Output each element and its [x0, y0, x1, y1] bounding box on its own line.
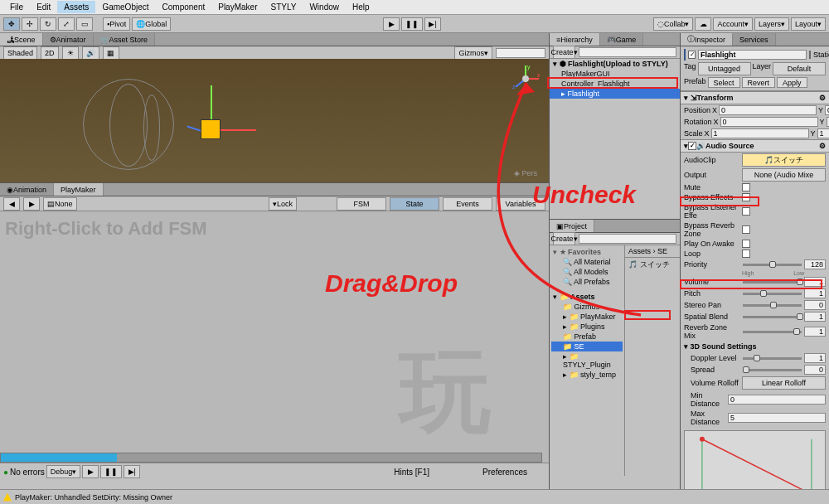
- gizmos-dropdown[interactable]: Gizmos ▾: [454, 46, 492, 60]
- pm-lock[interactable]: ▾ Lock: [269, 197, 297, 211]
- spread-value[interactable]: 0: [804, 365, 826, 375]
- mindist-field[interactable]: [728, 395, 826, 405]
- bypass-lis-check[interactable]: [742, 207, 750, 216]
- volume-value[interactable]: 1: [804, 277, 826, 287]
- project-tree[interactable]: ▾ ★ Favorites 🔍 All Material 🔍 All Model…: [550, 245, 625, 476]
- scene-view[interactable]: Shaded 2D ☀ 🔊 ▦ Gizmos ▾ yxz ◈ Pers: [0, 46, 549, 183]
- rot-y[interactable]: [827, 117, 829, 127]
- scale-x[interactable]: [711, 128, 809, 138]
- bypass-eff-check[interactable]: [742, 193, 750, 201]
- priority-value[interactable]: 128: [804, 259, 826, 269]
- collab-dropdown[interactable]: ◌ Collab ▾: [653, 17, 694, 31]
- tool-rotate[interactable]: ↻: [40, 17, 56, 31]
- rolloff-dropdown[interactable]: Linear Rolloff: [742, 376, 826, 390]
- pm-prefs[interactable]: Preferences: [482, 468, 527, 477]
- step-button[interactable]: ▶|: [424, 17, 441, 31]
- proj-search[interactable]: [579, 234, 676, 244]
- folder-styly-temp[interactable]: ▸ 📁 styly_temp: [551, 370, 623, 380]
- tag-dropdown[interactable]: Untagged: [698, 62, 751, 75]
- pm-state[interactable]: State: [390, 197, 439, 211]
- hierarchy-tree[interactable]: ▾ ⬢ Flashlight(Upload to STYLY) PlayMake…: [550, 59, 680, 219]
- menu-window[interactable]: Window: [303, 1, 346, 13]
- asset-file[interactable]: 🎵 スイッチ: [625, 258, 680, 272]
- stereo-slider[interactable]: [743, 304, 802, 307]
- pm-debug[interactable]: Debug ▾: [46, 465, 81, 478]
- tab-animator[interactable]: ⚙ Animator: [43, 33, 94, 46]
- favorites[interactable]: ▾ ★ Favorites: [551, 247, 623, 257]
- tab-scene[interactable]: 🏞 Scene: [0, 33, 43, 46]
- assets-root[interactable]: ▾ 📁 Assets: [551, 292, 623, 302]
- menu-assets[interactable]: Assets: [57, 1, 95, 13]
- cloud-button[interactable]: ☁: [695, 17, 711, 31]
- rolloff-chart[interactable]: [684, 430, 826, 489]
- audio-enabled[interactable]: [688, 142, 696, 150]
- folder-prefab[interactable]: 📁 Prefab: [551, 332, 623, 342]
- pm-h-scroll[interactable]: [0, 453, 542, 463]
- spatial-value[interactable]: 1: [804, 312, 826, 322]
- menu-file[interactable]: File: [3, 1, 30, 13]
- folder-plugins[interactable]: ▸ 📁 Plugins: [551, 322, 623, 332]
- menu-gameobject[interactable]: GameObject: [95, 1, 155, 13]
- scene-search[interactable]: [496, 48, 545, 58]
- pm-variables[interactable]: Variables: [496, 197, 545, 211]
- pitch-slider[interactable]: [743, 293, 802, 295]
- hier-item-controller[interactable]: Controller_Flashlight: [550, 79, 680, 89]
- name-field[interactable]: [698, 50, 807, 60]
- pm-pause[interactable]: ❚❚: [100, 465, 122, 478]
- play-awake-check[interactable]: [742, 240, 750, 248]
- folder-styly-plugin[interactable]: ▸ 📁 STYLY_Plugin: [551, 351, 623, 370]
- tab-inspector[interactable]: ⓘ Inspector: [681, 33, 733, 46]
- reverb-value[interactable]: 1: [804, 327, 826, 337]
- layers-dropdown[interactable]: Layers ▾: [754, 17, 789, 31]
- prefab-select[interactable]: Select: [708, 77, 740, 88]
- spread-slider[interactable]: [743, 369, 802, 371]
- hier-create[interactable]: Create ▾: [553, 46, 575, 59]
- spatial-slider[interactable]: [743, 316, 802, 318]
- tool-move[interactable]: ✢: [22, 17, 38, 31]
- menu-help[interactable]: Help: [346, 1, 376, 13]
- bypass-rev-check[interactable]: [742, 225, 750, 234]
- clip-field[interactable]: 🎵 スイッチ: [742, 153, 826, 167]
- pause-button[interactable]: ❚❚: [401, 17, 423, 31]
- folder-gizmos[interactable]: 📁 Gizmos: [551, 302, 623, 312]
- folder-se[interactable]: 📁 SE: [551, 342, 623, 351]
- orientation-gizmo[interactable]: yxz: [509, 62, 542, 97]
- project-content[interactable]: Assets › SE 🎵 スイッチ: [625, 245, 680, 476]
- tab-hierarchy[interactable]: ≡ Hierarchy: [550, 33, 600, 46]
- tool-rect[interactable]: ▭: [76, 17, 93, 31]
- active-checkbox[interactable]: [688, 51, 696, 59]
- volume-slider[interactable]: [743, 281, 802, 284]
- selected-object[interactable]: [201, 119, 221, 139]
- layer-dropdown[interactable]: Default: [773, 62, 826, 75]
- reverb-slider[interactable]: [743, 331, 802, 333]
- global-toggle[interactable]: 🌐 Global: [132, 17, 171, 31]
- priority-slider[interactable]: [743, 264, 802, 266]
- mode-2d[interactable]: 2D: [41, 46, 59, 60]
- hier-search[interactable]: [579, 47, 676, 57]
- pos-y[interactable]: [825, 105, 829, 115]
- hier-item-flashlight[interactable]: ▸ Flashlight: [550, 89, 680, 99]
- menu-component[interactable]: Component: [156, 1, 212, 13]
- pm-events[interactable]: Events: [443, 197, 492, 211]
- pm-step[interactable]: ▶|: [124, 465, 140, 478]
- playmaker-canvas[interactable]: Right-Click to Add FSM 玩: [0, 211, 549, 463]
- audio-header[interactable]: ▾ 🔊 Audio Source⚙: [681, 139, 829, 153]
- tab-asset-store[interactable]: 🛒 Asset Store: [94, 33, 156, 46]
- output-field[interactable]: None (Audio Mixe: [742, 168, 826, 182]
- tab-game[interactable]: 🎮 Game: [600, 33, 644, 46]
- fav-all-models[interactable]: 🔍 All Models: [551, 267, 623, 277]
- pm-play[interactable]: ▶: [82, 465, 99, 478]
- folder-playmaker[interactable]: ▸ 📁 PlayMaker: [551, 312, 623, 322]
- proj-create[interactable]: Create ▾: [553, 232, 575, 245]
- tool-scale[interactable]: ⤢: [58, 17, 75, 31]
- doppler-slider[interactable]: [743, 357, 802, 360]
- transform-header[interactable]: ▾ ⇲ Transform⚙: [681, 91, 829, 104]
- hier-root[interactable]: ▾ ⬢ Flashlight(Upload to STYLY): [550, 59, 680, 69]
- tab-animation[interactable]: ◉ Animation: [0, 183, 54, 196]
- rot-x[interactable]: [720, 117, 818, 127]
- light-toggle[interactable]: ☀: [62, 46, 79, 60]
- account-dropdown[interactable]: Account ▾: [713, 17, 753, 31]
- shaded-dropdown[interactable]: Shaded: [3, 46, 37, 60]
- scale-y[interactable]: [817, 128, 829, 138]
- hier-item-playmakergui[interactable]: PlayMakerGUI: [550, 69, 680, 79]
